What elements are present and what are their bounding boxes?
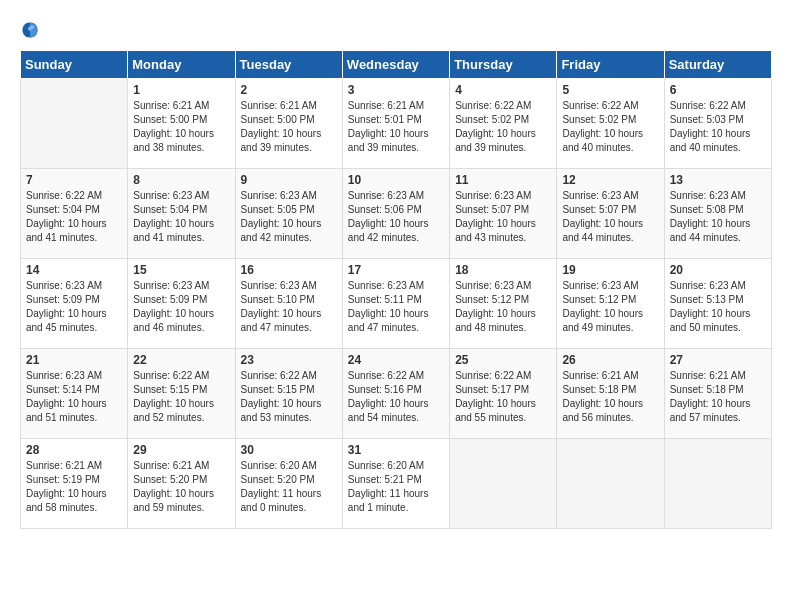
day-info: Sunrise: 6:22 AM Sunset: 5:17 PM Dayligh… [455,369,551,425]
week-row-2: 7Sunrise: 6:22 AM Sunset: 5:04 PM Daylig… [21,169,772,259]
day-cell: 14Sunrise: 6:23 AM Sunset: 5:09 PM Dayli… [21,259,128,349]
day-cell: 2Sunrise: 6:21 AM Sunset: 5:00 PM Daylig… [235,79,342,169]
day-info: Sunrise: 6:21 AM Sunset: 5:00 PM Dayligh… [241,99,337,155]
day-info: Sunrise: 6:20 AM Sunset: 5:21 PM Dayligh… [348,459,444,515]
header-cell-tuesday: Tuesday [235,51,342,79]
day-cell: 28Sunrise: 6:21 AM Sunset: 5:19 PM Dayli… [21,439,128,529]
day-info: Sunrise: 6:23 AM Sunset: 5:09 PM Dayligh… [133,279,229,335]
day-info: Sunrise: 6:22 AM Sunset: 5:02 PM Dayligh… [562,99,658,155]
day-cell [21,79,128,169]
calendar-table: SundayMondayTuesdayWednesdayThursdayFrid… [20,50,772,529]
day-info: Sunrise: 6:23 AM Sunset: 5:06 PM Dayligh… [348,189,444,245]
day-info: Sunrise: 6:23 AM Sunset: 5:14 PM Dayligh… [26,369,122,425]
day-info: Sunrise: 6:23 AM Sunset: 5:05 PM Dayligh… [241,189,337,245]
day-info: Sunrise: 6:23 AM Sunset: 5:07 PM Dayligh… [455,189,551,245]
day-cell: 18Sunrise: 6:23 AM Sunset: 5:12 PM Dayli… [450,259,557,349]
day-cell: 3Sunrise: 6:21 AM Sunset: 5:01 PM Daylig… [342,79,449,169]
day-number: 25 [455,353,551,367]
day-number: 31 [348,443,444,457]
day-number: 19 [562,263,658,277]
week-row-1: 1Sunrise: 6:21 AM Sunset: 5:00 PM Daylig… [21,79,772,169]
day-cell: 26Sunrise: 6:21 AM Sunset: 5:18 PM Dayli… [557,349,664,439]
day-number: 14 [26,263,122,277]
day-info: Sunrise: 6:22 AM Sunset: 5:04 PM Dayligh… [26,189,122,245]
day-info: Sunrise: 6:23 AM Sunset: 5:09 PM Dayligh… [26,279,122,335]
day-number: 29 [133,443,229,457]
day-cell [450,439,557,529]
day-cell: 24Sunrise: 6:22 AM Sunset: 5:16 PM Dayli… [342,349,449,439]
day-info: Sunrise: 6:22 AM Sunset: 5:15 PM Dayligh… [133,369,229,425]
day-number: 4 [455,83,551,97]
day-number: 2 [241,83,337,97]
day-cell: 8Sunrise: 6:23 AM Sunset: 5:04 PM Daylig… [128,169,235,259]
day-info: Sunrise: 6:23 AM Sunset: 5:10 PM Dayligh… [241,279,337,335]
day-number: 17 [348,263,444,277]
day-cell: 9Sunrise: 6:23 AM Sunset: 5:05 PM Daylig… [235,169,342,259]
day-number: 6 [670,83,766,97]
day-info: Sunrise: 6:21 AM Sunset: 5:19 PM Dayligh… [26,459,122,515]
day-info: Sunrise: 6:21 AM Sunset: 5:00 PM Dayligh… [133,99,229,155]
day-info: Sunrise: 6:23 AM Sunset: 5:13 PM Dayligh… [670,279,766,335]
day-cell [557,439,664,529]
day-number: 12 [562,173,658,187]
header-cell-saturday: Saturday [664,51,771,79]
day-info: Sunrise: 6:21 AM Sunset: 5:18 PM Dayligh… [562,369,658,425]
day-number: 22 [133,353,229,367]
day-info: Sunrise: 6:22 AM Sunset: 5:03 PM Dayligh… [670,99,766,155]
day-number: 10 [348,173,444,187]
header-cell-monday: Monday [128,51,235,79]
day-info: Sunrise: 6:21 AM Sunset: 5:20 PM Dayligh… [133,459,229,515]
day-number: 21 [26,353,122,367]
day-info: Sunrise: 6:22 AM Sunset: 5:15 PM Dayligh… [241,369,337,425]
week-row-4: 21Sunrise: 6:23 AM Sunset: 5:14 PM Dayli… [21,349,772,439]
day-cell: 30Sunrise: 6:20 AM Sunset: 5:20 PM Dayli… [235,439,342,529]
day-cell: 21Sunrise: 6:23 AM Sunset: 5:14 PM Dayli… [21,349,128,439]
logo [20,20,44,40]
day-cell: 22Sunrise: 6:22 AM Sunset: 5:15 PM Dayli… [128,349,235,439]
day-cell: 20Sunrise: 6:23 AM Sunset: 5:13 PM Dayli… [664,259,771,349]
day-number: 3 [348,83,444,97]
day-number: 30 [241,443,337,457]
day-cell: 7Sunrise: 6:22 AM Sunset: 5:04 PM Daylig… [21,169,128,259]
day-number: 1 [133,83,229,97]
day-info: Sunrise: 6:23 AM Sunset: 5:11 PM Dayligh… [348,279,444,335]
day-cell: 15Sunrise: 6:23 AM Sunset: 5:09 PM Dayli… [128,259,235,349]
day-cell: 13Sunrise: 6:23 AM Sunset: 5:08 PM Dayli… [664,169,771,259]
header-row: SundayMondayTuesdayWednesdayThursdayFrid… [21,51,772,79]
day-info: Sunrise: 6:21 AM Sunset: 5:18 PM Dayligh… [670,369,766,425]
day-info: Sunrise: 6:21 AM Sunset: 5:01 PM Dayligh… [348,99,444,155]
day-cell: 11Sunrise: 6:23 AM Sunset: 5:07 PM Dayli… [450,169,557,259]
week-row-5: 28Sunrise: 6:21 AM Sunset: 5:19 PM Dayli… [21,439,772,529]
day-cell: 19Sunrise: 6:23 AM Sunset: 5:12 PM Dayli… [557,259,664,349]
day-info: Sunrise: 6:23 AM Sunset: 5:07 PM Dayligh… [562,189,658,245]
day-number: 28 [26,443,122,457]
day-info: Sunrise: 6:23 AM Sunset: 5:08 PM Dayligh… [670,189,766,245]
day-cell: 27Sunrise: 6:21 AM Sunset: 5:18 PM Dayli… [664,349,771,439]
day-cell: 16Sunrise: 6:23 AM Sunset: 5:10 PM Dayli… [235,259,342,349]
day-number: 15 [133,263,229,277]
day-number: 18 [455,263,551,277]
day-number: 23 [241,353,337,367]
day-number: 24 [348,353,444,367]
day-number: 26 [562,353,658,367]
day-info: Sunrise: 6:23 AM Sunset: 5:12 PM Dayligh… [455,279,551,335]
day-info: Sunrise: 6:20 AM Sunset: 5:20 PM Dayligh… [241,459,337,515]
day-cell: 17Sunrise: 6:23 AM Sunset: 5:11 PM Dayli… [342,259,449,349]
day-info: Sunrise: 6:23 AM Sunset: 5:12 PM Dayligh… [562,279,658,335]
day-cell: 10Sunrise: 6:23 AM Sunset: 5:06 PM Dayli… [342,169,449,259]
day-number: 9 [241,173,337,187]
week-row-3: 14Sunrise: 6:23 AM Sunset: 5:09 PM Dayli… [21,259,772,349]
day-number: 8 [133,173,229,187]
header-cell-thursday: Thursday [450,51,557,79]
day-number: 7 [26,173,122,187]
day-cell: 29Sunrise: 6:21 AM Sunset: 5:20 PM Dayli… [128,439,235,529]
day-number: 16 [241,263,337,277]
day-cell: 1Sunrise: 6:21 AM Sunset: 5:00 PM Daylig… [128,79,235,169]
logo-icon [20,20,40,40]
day-info: Sunrise: 6:23 AM Sunset: 5:04 PM Dayligh… [133,189,229,245]
day-number: 5 [562,83,658,97]
day-info: Sunrise: 6:22 AM Sunset: 5:16 PM Dayligh… [348,369,444,425]
header-cell-wednesday: Wednesday [342,51,449,79]
day-cell: 23Sunrise: 6:22 AM Sunset: 5:15 PM Dayli… [235,349,342,439]
day-cell: 25Sunrise: 6:22 AM Sunset: 5:17 PM Dayli… [450,349,557,439]
